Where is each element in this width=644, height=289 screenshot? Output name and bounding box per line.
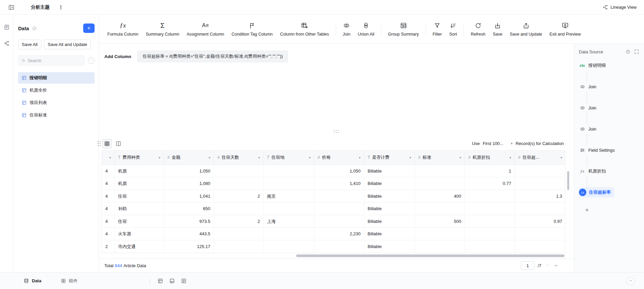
panel-resize-handle[interactable] (98, 141, 101, 146)
column-dropdown-icon[interactable]: ▾ (309, 156, 311, 159)
column-dropdown-icon[interactable]: ▾ (509, 156, 511, 159)
tab-components[interactable]: 组件 (61, 278, 77, 284)
collapse-bottom-panel-button[interactable] (627, 277, 635, 285)
insert-note-icon[interactable] (181, 278, 187, 284)
formula-input[interactable]: 住宿超标率 = if(费用种类="住宿",金额/住宿天数/标准,if(费用种类=… (137, 50, 288, 62)
work-area: Add Column 住宿超标率 = if(费用种类="住宿",金额/住宿天数/… (99, 44, 574, 272)
column-label: 费用种类 (122, 154, 140, 160)
column-header-标准[interactable]: #标准▾ (415, 151, 465, 164)
page-number-input[interactable] (521, 261, 534, 270)
fx-glyph: ƒx (581, 191, 584, 194)
table-cell: 市内交通 (115, 240, 164, 253)
chevron-up-icon (545, 263, 550, 268)
column-from-other-tables-button[interactable]: Column from Other Tables (276, 21, 333, 37)
analysis-list-icon[interactable] (4, 24, 10, 30)
group-summary-icon (400, 21, 407, 30)
search-box[interactable] (18, 55, 85, 65)
group-summary-button[interactable]: Group Summary (384, 21, 423, 37)
table-cell: 4 (102, 177, 115, 190)
insert-card-icon[interactable] (169, 278, 175, 284)
node-join[interactable]: Join (579, 103, 639, 113)
node-join[interactable]: Join (579, 82, 639, 92)
column-dropdown-icon[interactable]: ▾ (109, 156, 111, 159)
exit-and-preview-button[interactable]: Exit and Preview (546, 21, 584, 37)
save-all-button[interactable]: Save All (18, 40, 41, 49)
column-dropdown-icon[interactable]: ▾ (410, 156, 411, 159)
node-formula-column[interactable]: ƒx 机票折扣 (579, 166, 639, 176)
table-cell: 2 (214, 215, 264, 228)
page-up-button[interactable] (545, 263, 550, 268)
refresh-button[interactable]: Refresh (467, 21, 489, 37)
column-header-row-index[interactable]: ▾ (102, 151, 115, 164)
filter-button[interactable]: Filter (429, 21, 446, 37)
table-row: 4机票1,0501,050Billable1 (102, 165, 565, 178)
save-and-update-button[interactable]: Save and Update (506, 21, 546, 37)
collapse-panel-icon[interactable] (8, 4, 15, 11)
save-all-update-button[interactable]: Save All and Update (44, 40, 91, 49)
column-header-费用种类[interactable]: T费用种类▾ (115, 151, 164, 164)
column-header-金额[interactable]: #金额▾ (164, 151, 214, 164)
condition-tag-column-button[interactable]: Condition Tag Column (228, 21, 276, 37)
circle-slash-icon[interactable] (32, 26, 37, 31)
insert-table-icon[interactable] (157, 278, 163, 284)
column-dropdown-icon[interactable]: ▾ (359, 156, 361, 159)
table-cell (214, 177, 264, 190)
node-field-settings[interactable]: Field Settings (579, 145, 639, 155)
total-count: 644 (115, 263, 122, 268)
more-menu-icon[interactable]: ⋮ (58, 4, 64, 10)
union-all-button[interactable]: Union All (354, 21, 378, 37)
add-node-button[interactable]: + (583, 207, 591, 214)
node-connector (587, 92, 587, 103)
split-view-icon (115, 141, 121, 147)
node-formula-column-selected[interactable]: ƒx 住宿超标率 (579, 187, 614, 197)
more-options-icon[interactable]: ⋯ (88, 57, 95, 64)
column-header-机票折扣[interactable]: #机票折扣▾ (465, 151, 515, 164)
page-down-button[interactable] (553, 263, 559, 268)
node-join[interactable]: Join (579, 124, 639, 134)
vertical-scrollbar[interactable] (567, 171, 569, 190)
dataset-item[interactable]: 机票全价 (18, 85, 95, 96)
table-cell: 2 (102, 240, 115, 253)
lineage-view-button[interactable]: Lineage View (602, 4, 637, 10)
node-source-table[interactable]: xls 报销明细 (579, 60, 639, 70)
tab-data[interactable]: Data (23, 278, 41, 284)
search-input[interactable] (28, 58, 82, 63)
split-view-toggle[interactable] (114, 139, 123, 148)
records-dropdown[interactable]: First 100... ▾ (483, 141, 513, 146)
data-flow-icon[interactable] (4, 40, 10, 46)
number-type-icon: # (518, 155, 521, 160)
column-dropdown-icon[interactable]: ▾ (460, 156, 461, 159)
sort-button[interactable]: Sort (445, 21, 461, 37)
formula-column-button[interactable]: ƒx Formula Column (104, 21, 142, 37)
bottombar-divider (150, 278, 150, 284)
dataset-list: 报销明细 机票全价 项目列表 住宿标准 (18, 72, 95, 121)
dataset-item[interactable]: 住宿标准 (18, 109, 95, 121)
column-dropdown-icon[interactable]: ▾ (258, 156, 260, 159)
column-header-价格[interactable]: #价格▾ (314, 151, 364, 164)
dataset-item[interactable]: 项目列表 (18, 97, 95, 108)
node-connector (587, 113, 587, 124)
column-header-住宿天数[interactable]: #住宿天数▾ (214, 151, 264, 164)
condition-tag-icon (249, 21, 256, 30)
table-cell (214, 202, 264, 215)
assignment-column-button[interactable]: A≡ Assignment Column (183, 21, 228, 37)
horizontal-scrollbar[interactable] (296, 254, 565, 257)
save-button[interactable]: Save (489, 21, 506, 37)
join-button[interactable]: Join (339, 21, 354, 37)
summary-column-button[interactable]: Σ Summary Column (142, 21, 183, 37)
grid-view-toggle[interactable] (102, 139, 112, 148)
table-cell: 机票 (115, 177, 164, 190)
column-header-是否计费[interactable]: T是否计费▾ (364, 151, 415, 164)
column-header-住宿地[interactable]: T住宿地▾ (264, 151, 314, 164)
table-resize-handle[interactable] (334, 130, 339, 134)
node-connector (587, 134, 587, 145)
history-icon[interactable] (625, 49, 631, 54)
add-table-button[interactable]: + (83, 23, 95, 33)
column-dropdown-icon[interactable]: ▾ (209, 156, 210, 159)
column-dropdown-icon[interactable]: ▾ (159, 156, 160, 159)
column-header-住宿超...[interactable]: #住宿超...▾ (515, 151, 566, 164)
fit-view-icon[interactable] (634, 49, 639, 54)
number-type-icon: # (217, 155, 220, 160)
column-dropdown-icon[interactable]: ▾ (560, 156, 562, 159)
dataset-item-selected[interactable]: 报销明细 (18, 72, 95, 84)
